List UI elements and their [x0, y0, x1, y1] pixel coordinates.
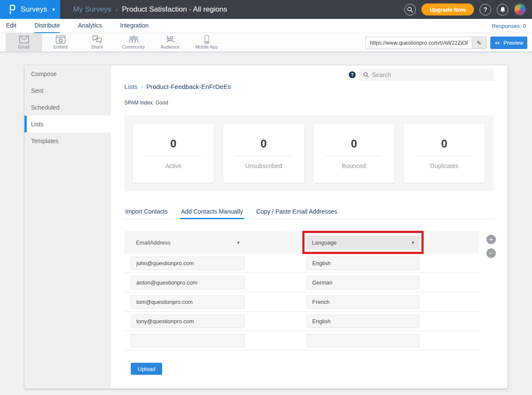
avatar[interactable] [514, 3, 526, 15]
email-icon [19, 35, 29, 44]
table-row [124, 292, 479, 312]
breadcrumb-lists-link[interactable]: Lists [124, 83, 138, 90]
sidebar-item-scheduled[interactable]: Scheduled [25, 99, 111, 116]
table-header-row: EmailAddress ▾ Language ▾ [124, 231, 479, 254]
tab-distribute[interactable]: Distribute [34, 19, 60, 33]
channel-audience[interactable]: $ Audience [152, 33, 188, 52]
stat-value: 0 [351, 137, 357, 150]
chevron-down-icon: ▾ [52, 6, 55, 12]
channel-label: Embed [53, 44, 68, 49]
responses-count[interactable]: Responses: 0 [492, 23, 526, 29]
email-column-dropdown[interactable]: EmailAddress ▾ [131, 236, 245, 249]
channel-embed[interactable]: Embed [42, 33, 79, 52]
email-input[interactable] [131, 257, 245, 270]
table-row [124, 254, 479, 273]
audience-icon: $ [165, 35, 175, 44]
search-input[interactable] [372, 71, 490, 78]
table-row [124, 331, 479, 350]
channel-mobile-app[interactable]: Mobile App [188, 33, 225, 52]
sidebar-item-sent[interactable]: Sent [25, 82, 111, 99]
table-row [124, 312, 479, 331]
upgrade-now-button[interactable]: Upgrade Now [421, 3, 474, 15]
stat-value: 0 [170, 137, 176, 150]
search-icon [407, 6, 413, 13]
svg-text:$: $ [166, 35, 169, 40]
notifications-button[interactable] [497, 4, 508, 15]
help-button[interactable]: ? [480, 4, 491, 15]
breadcrumb-survey-name: Product Satisfaction - All regions [122, 5, 227, 14]
eye-icon [494, 40, 501, 46]
survey-nav: Edit Distribute Analytics Integration Re… [0, 19, 532, 33]
tab-import-contacts[interactable]: Import Contacts [124, 206, 169, 219]
chevron-right-icon: › [141, 83, 143, 90]
mobile-app-icon [202, 35, 212, 44]
breadcrumb-my-surveys[interactable]: My Surveys [73, 5, 111, 14]
minus-icon: − [489, 249, 493, 257]
stat-value: 0 [441, 137, 447, 150]
chevron-down-icon: ▾ [237, 240, 240, 245]
channel-share[interactable]: Share [79, 33, 115, 52]
sidebar-item-label: Lists [31, 121, 43, 128]
sidebar-item-label: Compose [31, 70, 57, 77]
edit-url-button[interactable]: ✎ [472, 37, 486, 49]
product-switcher[interactable]: Surveys ▾ [0, 0, 60, 19]
channel-community[interactable]: Community [115, 33, 152, 52]
language-input[interactable] [307, 315, 419, 328]
survey-url-input[interactable] [366, 37, 472, 49]
email-lists-card: Compose Sent Scheduled Lists Templates ? [25, 65, 507, 389]
dropdown-value: Language [312, 239, 337, 246]
channel-label: Audience [161, 44, 180, 49]
contact-tabs: Import Contacts Add Contacts Manually Co… [124, 206, 494, 219]
help-icon[interactable]: ? [349, 71, 356, 78]
list-breadcrumb: Lists › Product-Feedback-EnFrDeEs [124, 83, 231, 90]
breadcrumb: My Surveys › Product Satisfaction - All … [73, 5, 227, 14]
breadcrumb-list-name: Product-Feedback-EnFrDeEs [146, 83, 231, 90]
channel-list: Email Embed Share Community [6, 33, 225, 52]
search-icon [363, 72, 369, 78]
spam-index: SPAM Index: Good [124, 100, 168, 106]
channel-label: Share [91, 44, 103, 49]
stat-label: Bounced [342, 162, 366, 169]
spam-index-label: SPAM Index: [124, 100, 154, 106]
email-input[interactable] [131, 295, 245, 309]
language-input[interactable] [307, 257, 419, 270]
stat-card-duplicates: 0 Duplicates [404, 124, 485, 183]
search-button[interactable] [404, 4, 416, 15]
top-bar: Surveys ▾ My Surveys › Product Satisfact… [0, 0, 532, 19]
sidebar-item-label: Scheduled [31, 104, 59, 111]
embed-icon [55, 35, 66, 44]
remove-row-button[interactable]: − [486, 248, 496, 258]
preview-button[interactable]: Preview [490, 37, 527, 49]
language-input[interactable] [307, 276, 419, 289]
tab-edit[interactable]: Edit [6, 19, 16, 33]
channel-label: Community [122, 44, 145, 49]
email-input[interactable] [131, 334, 245, 347]
upload-button[interactable]: Upload [131, 363, 162, 375]
email-input[interactable] [131, 276, 245, 289]
dropdown-value: EmailAddress [136, 239, 170, 246]
tab-add-contacts-manually[interactable]: Add Contacts Manually [180, 206, 244, 219]
language-input[interactable] [307, 334, 419, 347]
main-area: Compose Sent Scheduled Lists Templates ? [0, 52, 532, 395]
divider [326, 156, 382, 156]
stat-card-unsubscribed: 0 Unsubscribed [223, 124, 304, 183]
plus-icon: + [489, 236, 493, 243]
add-row-button[interactable]: + [486, 235, 496, 244]
sidebar-item-templates[interactable]: Templates [25, 132, 111, 149]
sidebar-item-label: Sent [31, 87, 43, 94]
sidebar-item-compose[interactable]: Compose [25, 65, 111, 82]
language-column-dropdown[interactable]: Language ▾ [307, 236, 419, 249]
sidebar-item-lists[interactable]: Lists [25, 116, 111, 132]
contacts-table: EmailAddress ▾ Language ▾ [124, 231, 479, 350]
tab-integration[interactable]: Integration [120, 19, 148, 33]
spam-index-value: Good [155, 100, 168, 106]
tab-analytics[interactable]: Analytics [78, 19, 102, 33]
language-input[interactable] [307, 295, 419, 309]
channel-email[interactable]: Email [6, 33, 42, 52]
email-input[interactable] [131, 315, 245, 328]
stat-label: Active [165, 162, 181, 169]
divider [145, 156, 201, 156]
tab-copy-paste-emails[interactable]: Copy / Paste Email Addresses [255, 206, 338, 219]
distribute-toolbar: Email Embed Share Community [0, 33, 532, 52]
question-mark-icon: ? [483, 6, 487, 13]
